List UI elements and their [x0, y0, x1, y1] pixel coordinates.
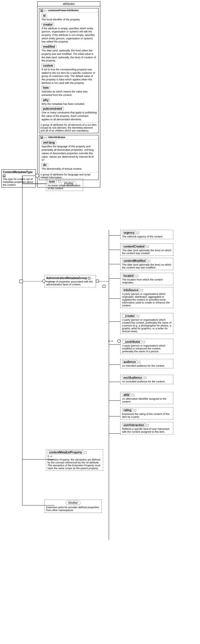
contributor-desc: A party (person or organisation) which m…	[122, 344, 172, 353]
exclaudience-label: exclAudience	[122, 376, 143, 380]
any-other-bottom-label: ##other	[66, 501, 81, 505]
infosource-desc: A party (person or organisation) which o…	[122, 293, 172, 307]
attr-dir: dir The directionality of textual conten…	[42, 163, 97, 171]
admin-group-desc: A group of properties associated with th…	[46, 280, 94, 286]
contentcreated-label: contentCreated	[122, 245, 146, 248]
located-label: located	[122, 274, 135, 278]
attr-why: why Why the metadata has been included.	[42, 98, 97, 106]
contentcreated-desc: The date (and optionally the time) on wh…	[122, 249, 172, 255]
userinteraction-label: userInteraction	[122, 423, 146, 427]
admin-group-label: AdministrativeMetadataGroup	[46, 276, 87, 280]
attr-id: id The local identifier of the property.	[42, 14, 97, 22]
admin-group-icon	[88, 277, 90, 279]
grp-i18nattributes-label: grp i18nAttributes	[44, 136, 65, 139]
contributor-label: _contributor	[122, 340, 142, 344]
urgency-label: urgency	[122, 231, 136, 235]
grp-i18n-icon: ■	[40, 136, 43, 139]
userinteraction-desc: Reflects a specific kind of user interac…	[122, 428, 172, 433]
contentmetaextproperty-desc: Extension Property: the semantics are de…	[48, 458, 101, 470]
contentmetaextproperty-box: contentMetaExtProperty 0..∞ Extension Pr…	[46, 449, 103, 471]
contentmodified-desc: The date (and optionally the time) on wh…	[122, 263, 172, 269]
audience-type	[138, 361, 140, 363]
altid-type	[132, 394, 134, 396]
left-connector-admin	[19, 280, 23, 283]
attr-xmllang: xml:lang Specifies the language of this …	[42, 141, 97, 162]
contentmetaextproperty-label: contentMetaExtProperty	[48, 450, 84, 454]
exclaudience-desc: An excluded audience for the content.	[122, 380, 172, 383]
infosource-box: infoSource A party (person or organisati…	[120, 287, 173, 308]
attr-modified: modified The date (and, optionally, the …	[42, 45, 97, 63]
grp-icon: ■	[40, 9, 43, 12]
any-other-bottom-desc: Extension point for provider-defined pro…	[46, 506, 100, 512]
located-type	[136, 275, 138, 277]
attributes-outer-box: attributes ■ grp commonPowerAttributes i…	[37, 1, 100, 187]
contentmodified-box: contentModified The date (and optionally…	[120, 258, 173, 270]
content-metadata-type-box: ContentMetadataType ■ The type for a bas…	[1, 169, 36, 187]
altid-label: altId	[122, 393, 131, 397]
admin-connector-right	[96, 280, 99, 283]
audience-box: audience An intended audience for the co…	[120, 359, 173, 368]
rating-desc: Expresses the rating of the content of t…	[122, 413, 172, 418]
icon-element-label: icon	[48, 180, 56, 183]
altid-box: altId An alternative identifier assigned…	[120, 392, 173, 404]
attributes-title: attributes	[38, 2, 100, 6]
creator-right-type	[137, 315, 139, 317]
attr-custom: custom If set to true the corresponding …	[42, 64, 97, 85]
icon-element-desc: An iconic visual identification of the c…	[48, 184, 81, 190]
admin-metadata-group-box: AdministrativeMetadataGroup ··· A group …	[44, 275, 96, 287]
urgency-type	[137, 232, 139, 234]
content-metadata-type-desc: The type for a basic set of metadata pro…	[3, 178, 34, 186]
grp-i18nattributes-box: ■ grp i18nAttributes xml:lang Specifies …	[39, 135, 99, 180]
contentmetaextproperty-type	[85, 451, 87, 454]
exclaudience-box: exclAudience An excluded audience for th…	[120, 375, 173, 384]
rating-label: rating	[122, 408, 133, 412]
infosource-label: infoSource	[122, 288, 140, 292]
any-other-bottom-box: ##other Extension point for provider-def…	[44, 500, 102, 513]
audience-desc: An intended audience for the content.	[122, 364, 172, 367]
content-metadata-type-icon: ■	[3, 175, 5, 177]
rating-type	[134, 409, 136, 411]
content-metadata-type-label: ContentMetadataType	[3, 171, 34, 174]
grp-commonpowerattributes-box: ■ grp commonPowerAttributes id The local…	[39, 8, 99, 133]
located-box: located The location from which the cont…	[120, 273, 173, 285]
userinteraction-type	[146, 424, 149, 426]
contentcreated-box: contentCreated The date (and optionally …	[120, 243, 173, 256]
diagram-container: attributes ■ grp commonPowerAttributes i…	[0, 0, 200, 644]
urgency-desc: The editorial urgency of the content.	[122, 235, 172, 238]
admin-right-connector	[103, 285, 105, 288]
grp-commonpowerattributes-footer: A group of attributes for all elements o…	[39, 122, 98, 133]
userinteraction-box: userInteraction Reflects a specific kind…	[120, 422, 173, 434]
urgency-box: urgency The editorial urgency of the con…	[120, 230, 173, 239]
admin-group-dots: ···	[91, 277, 93, 280]
exclaudience-type	[144, 377, 146, 379]
infosource-type	[141, 289, 143, 291]
grp-commonpowerattributes-label: grp commonPowerAttributes	[44, 9, 79, 12]
contentmetaextproperty-mult: 0..∞	[48, 455, 101, 458]
located-desc: The location from which the content orig…	[122, 278, 172, 284]
creator-right-box: _creator A party (person or organisation…	[120, 313, 173, 334]
contributor-type	[143, 341, 145, 343]
contributor-mult: 0..∞	[108, 340, 113, 343]
creator-right-label: _creator	[122, 314, 136, 318]
attr-pubconstraint: pubconstraint One or many constraints th…	[42, 107, 97, 121]
audience-label: audience	[122, 360, 137, 364]
icon-type-ref	[58, 180, 61, 183]
attr-creator: creator If the attribute is empty, speci…	[42, 23, 97, 44]
contentmodified-label: contentModified	[122, 259, 147, 263]
contentcreated-type	[147, 245, 149, 248]
rating-box: rating Expresses the rating of the conte…	[120, 407, 173, 419]
attr-how: how Indicates by which means the value w…	[42, 86, 97, 97]
creator-right-desc: A party (person or organisation) which c…	[122, 318, 172, 333]
icon-element-box: icon An iconic visual identification of …	[46, 179, 83, 191]
contentmodified-type	[148, 260, 150, 262]
altid-desc: An alternative identifier assigned to th…	[122, 397, 172, 403]
contributor-box: _contributor A party (person or organisa…	[120, 339, 173, 354]
